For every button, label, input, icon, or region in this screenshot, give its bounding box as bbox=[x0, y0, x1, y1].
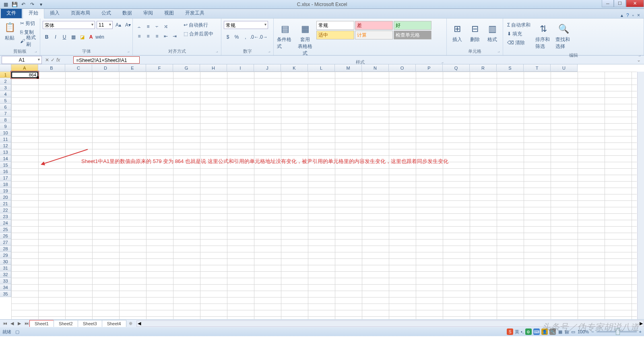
align-center-icon[interactable]: ≡ bbox=[144, 32, 152, 40]
column-header-U[interactable]: U bbox=[551, 64, 578, 72]
sheet-tab-Sheet1[interactable]: Sheet1 bbox=[29, 320, 54, 327]
column-header-R[interactable]: R bbox=[470, 64, 497, 72]
row-header-4[interactable]: 4 bbox=[0, 91, 11, 97]
row-header-2[interactable]: 2 bbox=[0, 78, 11, 85]
tab-insert[interactable]: 插入 bbox=[44, 8, 65, 18]
macro-record-icon[interactable]: ▢ bbox=[15, 329, 19, 335]
column-header-F[interactable]: F bbox=[146, 64, 173, 72]
font-color-button[interactable]: A bbox=[87, 33, 95, 41]
style-cell-检查单元格[interactable]: 检查单元格 bbox=[394, 31, 431, 39]
row-header-3[interactable]: 3 bbox=[0, 85, 11, 91]
row-header-34[interactable]: 34 bbox=[0, 284, 11, 291]
minimize-button[interactable]: ─ bbox=[602, 0, 614, 7]
column-header-N[interactable]: N bbox=[362, 64, 389, 72]
cell-styles-gallery[interactable]: 常规差好适中计算检查单元格 bbox=[316, 21, 437, 39]
percent-icon[interactable]: % bbox=[233, 33, 241, 41]
redo-icon[interactable]: ↷ bbox=[28, 1, 36, 8]
row-header-14[interactable]: 14 bbox=[0, 155, 11, 162]
align-top-icon[interactable]: ⫠ bbox=[135, 23, 143, 31]
font-name-combo[interactable]: 宋体 bbox=[43, 21, 95, 29]
row-header-33[interactable]: 33 bbox=[0, 278, 11, 284]
currency-icon[interactable]: $ bbox=[224, 33, 232, 41]
row-header-11[interactable]: 11 bbox=[0, 136, 11, 143]
fill-color-button[interactable]: ◪ bbox=[78, 33, 86, 41]
column-header-I[interactable]: I bbox=[227, 64, 254, 72]
ime-lang[interactable]: 英 bbox=[515, 329, 519, 335]
column-header-P[interactable]: P bbox=[416, 64, 443, 72]
window-close-icon[interactable]: × bbox=[637, 12, 640, 18]
select-all-corner[interactable] bbox=[0, 64, 11, 72]
insert-cells-button[interactable]: ⊞插入 bbox=[449, 21, 465, 45]
comma-icon[interactable]: , bbox=[242, 33, 250, 41]
style-cell-好[interactable]: 好 bbox=[394, 21, 431, 30]
undo-icon[interactable]: ↶ bbox=[19, 1, 27, 8]
row-header-12[interactable]: 12 bbox=[0, 143, 11, 149]
column-header-A[interactable]: A bbox=[11, 64, 38, 72]
orientation-icon[interactable]: ⤭ bbox=[162, 23, 170, 31]
inc-decimal-icon[interactable]: .0← bbox=[250, 33, 258, 41]
sheet-tab-Sheet2[interactable]: Sheet2 bbox=[54, 320, 78, 327]
sort-filter-button[interactable]: ⇅排序和筛选 bbox=[535, 21, 552, 52]
row-header-5[interactable]: 5 bbox=[0, 97, 11, 104]
formula-input[interactable]: =Sheet2!A1+Sheet3!A1 bbox=[73, 56, 140, 64]
find-select-button[interactable]: 🔍查找和选择 bbox=[555, 21, 572, 52]
align-left-icon[interactable]: ≡ bbox=[135, 32, 143, 40]
row-header-13[interactable]: 13 bbox=[0, 149, 11, 155]
dec-decimal-icon[interactable]: .0→ bbox=[259, 33, 267, 41]
fill-button[interactable]: ⬇填充 bbox=[506, 30, 532, 38]
close-button[interactable]: ✕ bbox=[626, 0, 644, 7]
minimize-ribbon-icon[interactable]: ▴ bbox=[621, 12, 623, 18]
autosum-button[interactable]: Σ自动求和 bbox=[506, 21, 532, 29]
row-header-8[interactable]: 8 bbox=[0, 117, 11, 123]
row-header-7[interactable]: 7 bbox=[0, 110, 11, 117]
row-header-24[interactable]: 24 bbox=[0, 220, 11, 226]
row-header-6[interactable]: 6 bbox=[0, 104, 11, 110]
clear-button[interactable]: ⌫清除 bbox=[506, 39, 532, 47]
column-header-L[interactable]: L bbox=[308, 64, 335, 72]
grow-font-icon[interactable]: A▴ bbox=[114, 21, 122, 29]
row-header-16[interactable]: 16 bbox=[0, 168, 11, 175]
merge-center-button[interactable]: ⬚合并后居中 bbox=[182, 30, 215, 38]
column-header-T[interactable]: T bbox=[524, 64, 551, 72]
column-header-Q[interactable]: Q bbox=[443, 64, 470, 72]
tab-nav-last-icon[interactable]: ⏭ bbox=[23, 321, 30, 326]
italic-button[interactable]: I bbox=[52, 33, 60, 41]
align-middle-icon[interactable]: ≡ bbox=[144, 23, 152, 31]
ime-punct-icon[interactable]: •, bbox=[521, 329, 524, 334]
window-restore-icon[interactable]: ▫ bbox=[632, 12, 634, 18]
column-header-M[interactable]: M bbox=[335, 64, 362, 72]
column-header-G[interactable]: G bbox=[173, 64, 200, 72]
style-cell-计算[interactable]: 计算 bbox=[355, 31, 393, 39]
column-header-J[interactable]: J bbox=[254, 64, 281, 72]
row-header-19[interactable]: 19 bbox=[0, 188, 11, 194]
shrink-font-icon[interactable]: A▾ bbox=[124, 21, 132, 29]
format-cells-button[interactable]: ▥格式 bbox=[484, 21, 500, 45]
conditional-format-button[interactable]: ▤条件格式 bbox=[276, 21, 294, 52]
fx-icon[interactable]: fx bbox=[56, 57, 60, 63]
new-sheet-icon[interactable]: ⊕ bbox=[129, 321, 132, 326]
sheet-tab-Sheet4[interactable]: Sheet4 bbox=[102, 320, 126, 327]
wrap-text-button[interactable]: ↩自动换行 bbox=[182, 21, 215, 29]
help-icon[interactable]: ? bbox=[626, 12, 629, 18]
qat-more-icon[interactable]: ▾ bbox=[37, 1, 45, 8]
style-cell-常规[interactable]: 常规 bbox=[316, 21, 354, 30]
selected-cell-a1[interactable]: 864 bbox=[11, 72, 38, 78]
row-header-22[interactable]: 22 bbox=[0, 207, 11, 213]
column-header-O[interactable]: O bbox=[389, 64, 416, 72]
tab-nav-prev-icon[interactable]: ◀ bbox=[9, 321, 15, 326]
table-format-button[interactable]: ▦套用 表格格式 bbox=[296, 21, 314, 58]
maximize-button[interactable]: ☐ bbox=[614, 0, 626, 7]
align-bottom-icon[interactable]: ⫟ bbox=[153, 23, 161, 31]
format-painter-button[interactable]: 🖌格式刷 bbox=[19, 37, 37, 45]
column-header-C[interactable]: C bbox=[65, 64, 92, 72]
style-cell-差[interactable]: 差 bbox=[355, 21, 393, 30]
row-header-27[interactable]: 27 bbox=[0, 239, 11, 246]
paste-button[interactable]: 📋 粘贴 bbox=[2, 19, 17, 43]
row-header-26[interactable]: 26 bbox=[0, 233, 11, 239]
tab-formula[interactable]: 公式 bbox=[96, 8, 117, 18]
row-header-10[interactable]: 10 bbox=[0, 130, 11, 136]
style-cell-适中[interactable]: 适中 bbox=[316, 31, 354, 39]
row-header-18[interactable]: 18 bbox=[0, 181, 11, 188]
row-header-31[interactable]: 31 bbox=[0, 265, 11, 271]
row-header-28[interactable]: 28 bbox=[0, 246, 11, 252]
